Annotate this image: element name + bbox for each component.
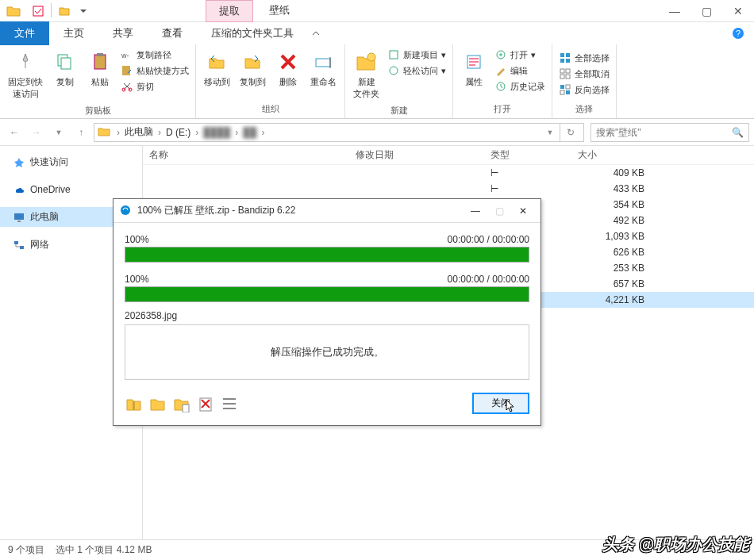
col-modified[interactable]: 修改日期 (349, 148, 484, 162)
bandizip-icon (120, 205, 133, 217)
svg-rect-20 (566, 53, 570, 57)
svg-rect-19 (560, 53, 564, 57)
rename-button[interactable]: 重命名 (306, 46, 341, 91)
svg-rect-5 (94, 55, 106, 69)
cursor-icon (506, 399, 517, 413)
minimize-button[interactable]: — (659, 0, 691, 22)
dialog-maximize[interactable]: ▢ (488, 202, 510, 220)
dialog-titlebar[interactable]: 100% 已解压 壁纸.zip - Bandizip 6.22 — ▢ ✕ (113, 199, 540, 223)
select-all-button[interactable]: 全部选择 (559, 51, 610, 65)
sidebar-quick-access[interactable]: 快速访问 (0, 152, 142, 172)
context-tab-extract[interactable]: 提取 (206, 0, 253, 22)
dialog-close[interactable]: ✕ (512, 202, 534, 220)
invert-selection-button[interactable]: 反向选择 (559, 82, 610, 97)
copy-path-button[interactable]: w-复制路径 (121, 48, 189, 62)
search-icon[interactable]: 🔍 (732, 127, 744, 138)
table-row[interactable]: ⊢409 KB (143, 165, 754, 181)
search-input[interactable] (596, 127, 732, 138)
pin-quick-access-button[interactable]: 固定到快 速访问 (3, 46, 48, 103)
group-organize: 组织 (199, 102, 341, 117)
scissors-icon (121, 80, 133, 93)
dialog-minimize[interactable]: — (464, 202, 487, 220)
address-bar: ← → ▼ ↑ › 此电脑 › D (E:) › ████ › ██ › ▼ ↻… (0, 119, 754, 146)
new-folder-icon (354, 49, 379, 75)
message-box: 解压缩操作已成功完成。 (125, 324, 529, 380)
tab-view[interactable]: 查看 (148, 21, 197, 45)
collapse-ribbon-icon[interactable] (308, 25, 324, 41)
new-item-button[interactable]: 新建项目 ▾ (387, 48, 446, 62)
tab-share[interactable]: 共享 (98, 21, 148, 45)
tab-file[interactable]: 文件 (0, 21, 49, 45)
dropdown-icon[interactable]: ▼ (540, 123, 560, 142)
network-icon (13, 239, 25, 251)
back-button[interactable]: ← (5, 123, 24, 142)
tab-compressed-tools[interactable]: 压缩的文件夹工具 (197, 21, 308, 45)
move-to-button[interactable]: 移动到 (199, 46, 235, 91)
path-icon: w- (121, 48, 133, 61)
cloud-icon (13, 183, 25, 196)
close-button[interactable]: ✕ (722, 0, 754, 22)
ribbon-tabs: 文件 主页 共享 查看 压缩的文件夹工具 ? (0, 22, 754, 44)
search-box[interactable]: 🔍 (591, 123, 749, 142)
paste-shortcut-button[interactable]: 粘贴快捷方式 (121, 63, 189, 78)
list-icon[interactable] (220, 394, 239, 413)
svg-rect-26 (566, 75, 570, 79)
maximize-button[interactable]: ▢ (691, 0, 722, 22)
open-button[interactable]: 打开 ▾ (494, 48, 545, 62)
up-button[interactable]: ↑ (71, 123, 90, 142)
crumb-blurred-2[interactable]: ██ (240, 127, 260, 138)
crumb-thispc[interactable]: 此电脑 (121, 125, 156, 139)
progress-bar-2 (125, 286, 529, 302)
svg-rect-24 (566, 69, 570, 73)
qat-dropdown-icon[interactable] (75, 3, 91, 19)
delete-button[interactable]: 删除 (271, 46, 306, 91)
help-icon[interactable]: ? (729, 24, 748, 43)
breadcrumb[interactable]: › 此电脑 › D (E:) › ████ › ██ › ▼ ↻ (94, 123, 584, 142)
open-folder-icon[interactable] (148, 394, 167, 413)
tab-home[interactable]: 主页 (49, 21, 98, 45)
select-none-button[interactable]: 全部取消 (559, 67, 610, 81)
column-headers: 名称 修改日期 类型 大小 (143, 146, 754, 165)
svg-rect-14 (390, 51, 398, 59)
recent-dropdown[interactable]: ▼ (49, 123, 68, 142)
window-title: 壁纸 (253, 0, 306, 22)
move-icon (205, 49, 230, 75)
forward-button[interactable]: → (27, 123, 46, 142)
svg-rect-30 (560, 90, 564, 94)
table-row[interactable]: ⊢433 KB (143, 181, 754, 197)
progress-1-pct: 100% (125, 234, 149, 245)
open-archive-icon[interactable] (125, 394, 144, 413)
refresh-button[interactable]: ↻ (560, 123, 580, 142)
svg-rect-25 (560, 75, 564, 79)
quick-access-toolbar (27, 3, 94, 19)
col-type[interactable]: 类型 (484, 148, 571, 162)
copy-button[interactable]: 复制 (48, 46, 83, 91)
svg-rect-4 (61, 58, 71, 69)
svg-point-15 (390, 67, 398, 75)
qat-folder-icon[interactable] (56, 3, 72, 19)
new-folder-button[interactable]: 新建 文件夹 (348, 46, 384, 103)
col-size[interactable]: 大小 (571, 148, 651, 162)
dialog-close-button[interactable]: 关闭 (472, 393, 529, 414)
delete-archive-icon[interactable] (196, 394, 215, 413)
bandizip-dialog: 100% 已解压 壁纸.zip - Bandizip 6.22 — ▢ ✕ 10… (113, 198, 541, 426)
folder-icon (98, 125, 112, 140)
copy-to-button[interactable]: 复制到 (235, 46, 271, 91)
item-count: 9 个项目 (8, 543, 44, 557)
cut-button[interactable]: 剪切 (121, 79, 189, 94)
properties-button[interactable]: 属性 (456, 46, 491, 91)
progress-1-time: 00:00:00 / 00:00:00 (448, 234, 529, 245)
qat-checkbox-icon[interactable] (30, 3, 46, 19)
svg-rect-27 (560, 85, 564, 89)
easy-access-button[interactable]: 轻松访问 ▾ (387, 63, 446, 78)
open-file-icon[interactable] (172, 394, 191, 413)
crumb-blurred-1[interactable]: ████ (200, 127, 233, 138)
crumb-drive[interactable]: D (E:) (163, 127, 194, 138)
sidebar-onedrive[interactable]: OneDrive (0, 180, 142, 199)
svg-text:w-: w- (121, 52, 129, 59)
history-button[interactable]: 历史记录 (494, 79, 545, 94)
ribbon: 固定到快 速访问 复制 粘贴 w-复制路径 粘贴快捷方式 剪切 剪贴板 移动到 … (0, 44, 754, 119)
edit-button[interactable]: 编辑 (494, 63, 545, 78)
paste-button[interactable]: 粘贴 (83, 46, 117, 91)
col-name[interactable]: 名称 (143, 148, 349, 162)
